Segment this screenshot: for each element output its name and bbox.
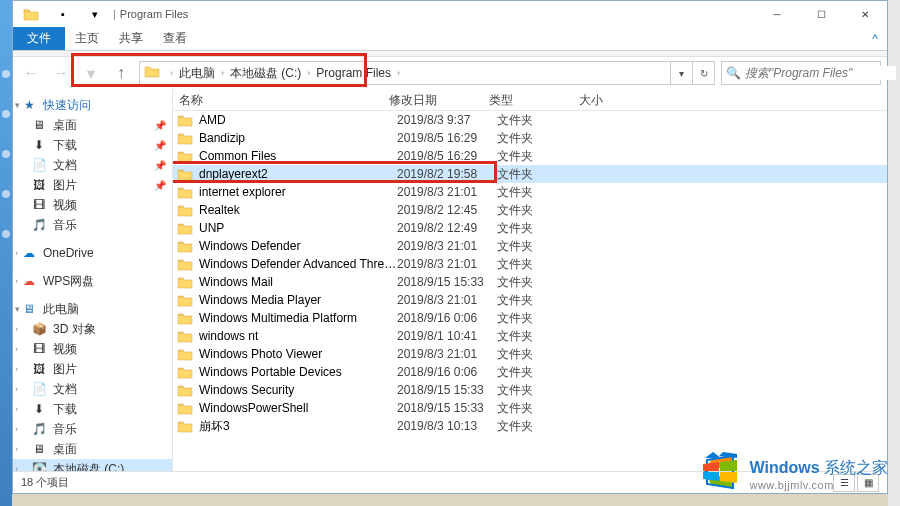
file-date: 2019/8/3 10:13 — [397, 419, 497, 433]
sidebar-item[interactable]: ›🎵音乐 — [13, 419, 172, 439]
table-row[interactable]: Windows Photo Viewer2019/8/3 21:01文件夹 — [173, 345, 887, 363]
sidebar-item[interactable]: ›📄文档 — [13, 379, 172, 399]
file-name: Windows Defender — [199, 239, 397, 253]
minimize-button[interactable]: ─ — [755, 1, 799, 27]
search-icon: 🔍 — [726, 66, 741, 80]
sidebar-item-label: 音乐 — [53, 421, 77, 438]
folder-icon — [177, 383, 193, 397]
table-row[interactable]: AMD2019/8/3 9:37文件夹 — [173, 111, 887, 129]
sidebar-quick-access[interactable]: ▾★快速访问 — [13, 95, 172, 115]
address-bar[interactable]: › 此电脑 › 本地磁盘 (C:) › Program Files › ▾ ↻ — [139, 61, 715, 85]
sidebar-item[interactable]: ›📦3D 对象 — [13, 319, 172, 339]
folder-icon — [177, 203, 193, 217]
table-row[interactable]: Windows Mail2018/9/15 15:33文件夹 — [173, 273, 887, 291]
qat-dropdown-icon[interactable]: ▾ — [87, 6, 103, 22]
sidebar-item[interactable]: 🎵音乐 — [13, 215, 172, 235]
pin-icon: 📌 — [154, 140, 166, 151]
column-headers[interactable]: 名称 修改日期 类型 大小 — [173, 89, 887, 111]
table-row[interactable]: Windows Security2018/9/15 15:33文件夹 — [173, 381, 887, 399]
sidebar-thispc[interactable]: ▾🖥此电脑 — [13, 299, 172, 319]
table-row[interactable]: internet explorer2019/8/3 21:01文件夹 — [173, 183, 887, 201]
table-row[interactable]: WindowsPowerShell2018/9/15 15:33文件夹 — [173, 399, 887, 417]
file-date: 2019/8/3 21:01 — [397, 257, 497, 271]
titlebar[interactable]: ▪ ▾ | Program Files ─ ☐ ✕ — [13, 1, 887, 27]
chevron-right-icon[interactable]: › — [303, 68, 314, 78]
ribbon-help-icon[interactable]: ^ — [863, 27, 887, 50]
file-name: 崩坏3 — [199, 418, 397, 435]
tab-home[interactable]: 主页 — [65, 27, 109, 50]
file-date: 2019/8/3 21:01 — [397, 347, 497, 361]
sidebar-item[interactable]: ›🖥桌面 — [13, 439, 172, 459]
sidebar-item[interactable]: ›🖼图片 — [13, 359, 172, 379]
file-list[interactable]: AMD2019/8/3 9:37文件夹Bandizip2019/8/5 16:2… — [173, 111, 887, 471]
file-type: 文件夹 — [497, 364, 587, 381]
back-button[interactable]: ← — [19, 61, 43, 85]
qat-props-icon[interactable]: ▪ — [55, 6, 71, 22]
chevron-right-icon[interactable]: › — [217, 68, 228, 78]
sidebar-item[interactable]: ›⬇下载 — [13, 399, 172, 419]
tab-view[interactable]: 查看 — [153, 27, 197, 50]
chevron-right-icon[interactable]: › — [166, 68, 177, 78]
table-row[interactable]: Bandizip2019/8/5 16:29文件夹 — [173, 129, 887, 147]
sidebar-item[interactable]: 🎞视频 — [13, 195, 172, 215]
up-button[interactable]: ↑ — [109, 61, 133, 85]
crumb-folder[interactable]: Program Files — [314, 66, 393, 80]
table-row[interactable]: Windows Portable Devices2018/9/16 0:06文件… — [173, 363, 887, 381]
chevron-right-icon[interactable]: › — [393, 68, 404, 78]
file-name: Windows Media Player — [199, 293, 397, 307]
tab-file[interactable]: 文件 — [13, 27, 65, 50]
table-row[interactable]: Realtek2019/8/2 12:45文件夹 — [173, 201, 887, 219]
item-icon: 🖼 — [31, 361, 47, 377]
file-date: 2019/8/5 16:29 — [397, 131, 497, 145]
maximize-button[interactable]: ☐ — [799, 1, 843, 27]
table-row[interactable]: windows nt2019/8/1 10:41文件夹 — [173, 327, 887, 345]
sidebar-wps[interactable]: ›☁WPS网盘 — [13, 271, 172, 291]
search-input[interactable] — [745, 66, 896, 80]
folder-icon — [177, 221, 193, 235]
sidebar-item[interactable]: 🖥桌面📌 — [13, 115, 172, 135]
folder-icon — [23, 6, 39, 22]
recent-dropdown[interactable]: ▾ — [79, 61, 103, 85]
forward-button[interactable]: → — [49, 61, 73, 85]
table-row[interactable]: Windows Multimedia Platform2018/9/16 0:0… — [173, 309, 887, 327]
folder-icon — [177, 365, 193, 379]
file-name: Bandizip — [199, 131, 397, 145]
folder-icon — [177, 131, 193, 145]
sidebar-item[interactable]: ›💽本地磁盘 (C:) — [13, 459, 172, 471]
folder-icon — [177, 419, 193, 433]
file-type: 文件夹 — [497, 166, 587, 183]
window-title: Program Files — [120, 8, 188, 20]
sidebar-item[interactable]: ›🎞视频 — [13, 339, 172, 359]
file-date: 2018/9/15 15:33 — [397, 275, 497, 289]
address-dropdown[interactable]: ▾ — [670, 62, 692, 84]
file-name: Windows Portable Devices — [199, 365, 397, 379]
refresh-button[interactable]: ↻ — [692, 62, 714, 84]
pin-icon: 📌 — [154, 120, 166, 131]
table-row[interactable]: Common Files2019/8/5 16:29文件夹 — [173, 147, 887, 165]
sidebar-item[interactable]: 🖼图片📌 — [13, 175, 172, 195]
table-row[interactable]: Windows Defender2019/8/3 21:01文件夹 — [173, 237, 887, 255]
sidebar-item[interactable]: 📄文档📌 — [13, 155, 172, 175]
file-name: Windows Photo Viewer — [199, 347, 397, 361]
sidebar-item[interactable]: ⬇下载📌 — [13, 135, 172, 155]
file-name: Windows Multimedia Platform — [199, 311, 397, 325]
col-size[interactable]: 大小 — [573, 89, 653, 110]
item-icon: 🎞 — [31, 341, 47, 357]
sidebar-onedrive[interactable]: ›☁OneDrive — [13, 243, 172, 263]
tab-share[interactable]: 共享 — [109, 27, 153, 50]
file-type: 文件夹 — [497, 382, 587, 399]
col-type[interactable]: 类型 — [483, 89, 573, 110]
table-row[interactable]: 崩坏32019/8/3 10:13文件夹 — [173, 417, 887, 435]
close-button[interactable]: ✕ — [843, 1, 887, 27]
col-date[interactable]: 修改日期 — [383, 89, 483, 110]
table-row[interactable]: Windows Media Player2019/8/3 21:01文件夹 — [173, 291, 887, 309]
table-row[interactable]: UNP2019/8/2 12:49文件夹 — [173, 219, 887, 237]
crumb-drive[interactable]: 本地磁盘 (C:) — [228, 65, 303, 82]
crumb-thispc[interactable]: 此电脑 — [177, 65, 217, 82]
navigation-pane[interactable]: ▾★快速访问 🖥桌面📌⬇下载📌📄文档📌🖼图片📌🎞视频🎵音乐 ›☁OneDrive… — [13, 89, 173, 471]
table-row[interactable]: Windows Defender Advanced Threat ...2019… — [173, 255, 887, 273]
table-row[interactable]: dnplayerext22019/8/2 19:58文件夹 — [173, 165, 887, 183]
search-box[interactable]: 🔍 — [721, 61, 881, 85]
file-date: 2019/8/5 16:29 — [397, 149, 497, 163]
col-name[interactable]: 名称 — [173, 89, 383, 110]
